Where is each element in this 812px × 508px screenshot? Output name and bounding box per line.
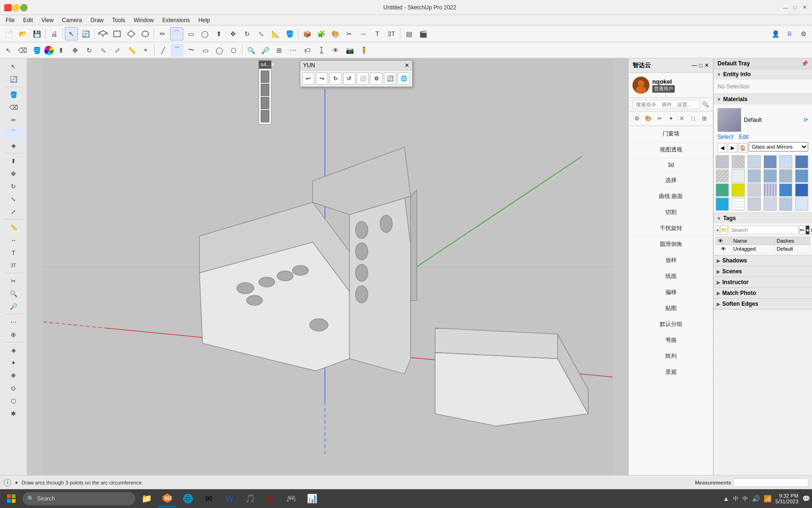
left-ext6[interactable]: ✱: [3, 407, 24, 420]
tool-tape[interactable]: 📐: [269, 27, 282, 40]
entity-info-header[interactable]: ▼ Entity Info: [714, 69, 812, 79]
taskbar-file-explorer[interactable]: 📁: [137, 490, 156, 507]
zhida-icon-6[interactable]: □: [688, 113, 698, 124]
left-pencil[interactable]: ✏: [3, 114, 24, 126]
s4-item-4[interactable]: [261, 110, 269, 122]
yun-globe[interactable]: 🌐: [398, 72, 410, 85]
zoom-plus[interactable]: 🔎: [258, 44, 272, 57]
zhida-icon-2[interactable]: 🎨: [644, 113, 653, 124]
zhida-item-5[interactable]: 切割: [629, 205, 713, 221]
yun-logo[interactable]: 云: [783, 27, 796, 40]
tag-eye[interactable]: 👁: [716, 245, 732, 253]
zhida-item-12[interactable]: 默认分组: [629, 317, 713, 333]
view-front[interactable]: [125, 27, 138, 40]
mat-cell-15[interactable]: [764, 183, 777, 197]
left-offset[interactable]: ⤢: [3, 206, 24, 218]
yun-sync[interactable]: 🔄: [384, 72, 396, 85]
zhida-item-1[interactable]: 视图透视: [629, 142, 713, 158]
zhida-max[interactable]: □: [699, 62, 703, 69]
viewport[interactable]: YUN ✕ ↩ ↪ ↻ ↺ ⬜ ⚙ 🔄 🌐 s4... ✕: [27, 58, 629, 475]
view-top[interactable]: [110, 27, 124, 40]
left-scale[interactable]: ⤡: [3, 193, 24, 205]
tool-line[interactable]: ✏: [156, 27, 169, 40]
zhida-item-11[interactable]: 贴图: [629, 301, 713, 317]
zhida-item-8[interactable]: 放样: [629, 253, 713, 269]
tool-move[interactable]: ✥: [226, 27, 240, 40]
select-tool-2[interactable]: ↖: [2, 44, 15, 57]
menu-edit[interactable]: Edit: [19, 16, 37, 24]
zhida-min[interactable]: —: [692, 62, 697, 69]
yun-settings[interactable]: ⚙: [370, 72, 383, 85]
tags-col-dashes[interactable]: Dashes: [774, 237, 810, 245]
network-wifi[interactable]: 📶: [764, 495, 772, 502]
yun-refresh2[interactable]: ↺: [343, 72, 355, 85]
left-ext3[interactable]: ❋: [3, 369, 24, 381]
arc-tool[interactable]: ⌒: [171, 44, 184, 57]
move-tool[interactable]: ✥: [69, 44, 82, 57]
mat-cell-22[interactable]: [779, 198, 792, 211]
taskbar-app6[interactable]: 🎵: [241, 490, 259, 507]
rect-tool[interactable]: ▭: [199, 44, 212, 57]
tool-paint[interactable]: 🪣: [283, 27, 296, 40]
left-sandbox[interactable]: ⋯: [3, 316, 24, 328]
materials-select[interactable]: Select: [716, 134, 735, 140]
taskbar-browser[interactable]: 🌐: [179, 490, 197, 507]
mat-cell-0[interactable]: [716, 155, 729, 168]
tape-measure[interactable]: 📏: [125, 44, 138, 57]
mat-cell-3[interactable]: [764, 155, 777, 168]
scale-tool[interactable]: ⤡: [97, 44, 110, 57]
mat-cell-16[interactable]: [779, 183, 792, 197]
lang-icon[interactable]: 中: [742, 495, 748, 503]
look-around[interactable]: 👁: [329, 44, 342, 57]
tool-arc[interactable]: ⌒: [170, 27, 183, 40]
status-info-icon[interactable]: i: [4, 479, 11, 486]
tag-tool[interactable]: 🏷: [301, 44, 314, 57]
eraser-tool[interactable]: ⌫: [16, 44, 29, 57]
orbit-tool[interactable]: 🔄: [79, 27, 92, 40]
s4-item-2[interactable]: [261, 84, 269, 96]
left-select[interactable]: ↖: [3, 60, 24, 72]
line-tool[interactable]: ╱: [156, 44, 170, 57]
tool-rotate[interactable]: ↻: [241, 27, 254, 40]
yun-forward[interactable]: ↪: [316, 72, 328, 85]
left-rotate[interactable]: ↻: [3, 180, 24, 192]
taskbar-search[interactable]: 🔍 Search: [23, 492, 135, 505]
materials-edit[interactable]: Edit: [737, 134, 750, 140]
scenes-header[interactable]: ▶ Scenes: [714, 266, 812, 277]
print-button[interactable]: 🖨: [47, 27, 61, 40]
settings-button[interactable]: ⚙: [797, 27, 810, 40]
mat-cell-13[interactable]: [732, 183, 745, 197]
left-ext5[interactable]: ⬡: [3, 395, 24, 407]
tool-text[interactable]: T: [371, 27, 384, 40]
save-button[interactable]: 💾: [30, 27, 43, 40]
instructor-header[interactable]: ▶ Instructor: [714, 277, 812, 287]
mat-cell-14[interactable]: [748, 183, 761, 197]
zhida-item-15[interactable]: 景观: [629, 365, 713, 381]
tag-row-untagged[interactable]: 👁 Untagged Default: [716, 245, 810, 253]
mat-cell-21[interactable]: [764, 198, 777, 211]
circle-tool[interactable]: ◯: [213, 44, 226, 57]
left-sandbox2[interactable]: ⊕: [3, 328, 24, 341]
mat-cell-17[interactable]: [795, 183, 808, 197]
clock[interactable]: 9:32 PM 5/31/2023: [775, 493, 798, 504]
left-section[interactable]: ✂: [3, 275, 24, 287]
left-orbit[interactable]: 🔄: [3, 73, 24, 85]
soften-edges-header[interactable]: ▶ Soften Edges: [714, 299, 812, 309]
left-move[interactable]: ✥: [3, 167, 24, 180]
taskbar-mail[interactable]: ✉: [199, 490, 218, 507]
left-zoom2[interactable]: 🔎: [3, 300, 24, 312]
mat-cell-19[interactable]: [732, 198, 745, 211]
zhida-item-0[interactable]: 门窗墙: [629, 126, 713, 142]
zhida-close[interactable]: ✕: [704, 62, 709, 69]
tool-layers[interactable]: ▤: [402, 27, 415, 40]
tags-color[interactable]: ●: [805, 225, 810, 235]
left-text[interactable]: T: [3, 246, 24, 259]
s4-close[interactable]: ✕: [271, 62, 275, 68]
tool-scenes[interactable]: 🎬: [416, 27, 429, 40]
tray-pin[interactable]: 📌: [801, 60, 808, 67]
mat-cell-4[interactable]: [779, 155, 792, 168]
view-iso[interactable]: [96, 27, 109, 40]
mat-cell-5[interactable]: [795, 155, 808, 168]
mat-cell-11[interactable]: [795, 169, 808, 183]
menu-camera[interactable]: Camera: [58, 16, 86, 24]
